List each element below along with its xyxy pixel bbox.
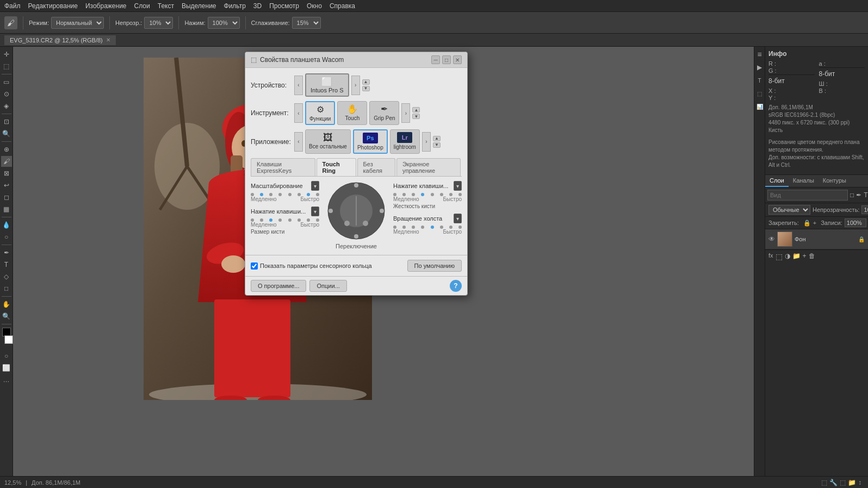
toggle-panel-5[interactable]: 📊 [754, 101, 765, 112]
menu-image[interactable]: Изображение [85, 2, 127, 10]
pen-tool[interactable]: ✒ [1, 247, 12, 258]
screen-mode[interactable]: ⬜ [1, 362, 12, 373]
toggle-panel-4[interactable]: ⬚ [754, 88, 765, 99]
device-next-btn[interactable]: › [351, 76, 360, 95]
lock-icon-1[interactable]: 🔒 [803, 220, 811, 227]
tab-screen-ctrl[interactable]: Экранное управление [396, 158, 461, 176]
app-card-ps[interactable]: Ps Photoshop [353, 129, 388, 154]
app-prev-btn[interactable]: ‹ [294, 132, 303, 152]
brush-tool[interactable]: 🖌 [1, 156, 12, 167]
lasso-tool[interactable]: ⊙ [1, 89, 12, 99]
select-tool[interactable]: ◈ [1, 101, 12, 111]
layer-fx-btn[interactable]: fx [768, 252, 773, 261]
menu-filter[interactable]: Фильтр [224, 2, 246, 10]
artboard-tool[interactable]: ⬚ [1, 61, 12, 72]
gradient-tool[interactable]: ▦ [1, 204, 12, 215]
menu-view[interactable]: Просмотр [269, 2, 299, 10]
tab-close-btn[interactable]: ✕ [106, 37, 110, 43]
mode-select[interactable]: Нормальный [51, 17, 104, 29]
tool-next-btn[interactable]: › [401, 103, 410, 123]
tool-scroll-down[interactable]: ▼ [412, 114, 420, 119]
zoom-tool[interactable]: 🔍 [1, 311, 12, 322]
layer-adj-btn[interactable]: ◑ [785, 252, 790, 261]
tab-layers[interactable]: Слои [765, 175, 789, 187]
app-scroll-up[interactable]: ▲ [433, 136, 441, 141]
smooth-select[interactable]: 15% [292, 17, 321, 29]
app-scroll-down[interactable]: ▼ [433, 142, 441, 148]
dialog-maximize-btn[interactable]: □ [442, 55, 451, 64]
marquee-tool[interactable]: ▭ [1, 77, 12, 87]
layers-icon-3[interactable]: T [864, 191, 867, 199]
about-btn[interactable]: О программе... [251, 280, 306, 292]
dodge-tool[interactable]: ○ [1, 232, 12, 242]
rotation-dropdown[interactable]: ▾ [454, 214, 462, 223]
quick-mask[interactable]: ○ [1, 351, 12, 361]
scroll-up-btn[interactable]: ▲ [362, 79, 370, 85]
path-tool[interactable]: ◇ [1, 271, 12, 282]
tool-scroll-up[interactable]: ▲ [412, 107, 420, 112]
status-icon-5[interactable]: ↕ [858, 479, 861, 486]
stamp-tool[interactable]: ⊠ [1, 168, 12, 179]
menu-window[interactable]: Окно [307, 2, 322, 10]
press1-dropdown[interactable]: ▾ [311, 207, 319, 216]
flow-select[interactable]: 100% [208, 17, 240, 29]
healing-tool[interactable]: ⊕ [1, 144, 12, 155]
hand-tool[interactable]: ✋ [1, 299, 12, 310]
menu-help[interactable]: Справка [330, 2, 355, 10]
tab-express-keys[interactable]: Клавиши ExpressKeys [251, 158, 315, 176]
scale-dropdown[interactable]: ▾ [311, 181, 319, 191]
move-tool[interactable]: ✛ [1, 49, 12, 60]
tab-channels[interactable]: Каналы [789, 175, 819, 187]
help-btn[interactable]: ? [450, 280, 462, 292]
tab-paths[interactable]: Контуры [819, 175, 851, 187]
status-icon-2[interactable]: 🔧 [829, 479, 838, 486]
dialog-minimize-btn[interactable]: ─ [431, 55, 440, 64]
type-tool[interactable]: T [1, 259, 12, 270]
fill-input[interactable] [845, 218, 866, 227]
blur-tool[interactable]: 💧 [1, 220, 12, 230]
more-tools[interactable]: … [1, 374, 12, 385]
menu-layers[interactable]: Слои [134, 2, 150, 10]
tool-card-func[interactable]: ⚙ Функции [305, 101, 335, 125]
toggle-panel-2[interactable]: ▶ [754, 62, 765, 73]
layers-icon-1[interactable]: □ [850, 191, 854, 199]
menu-file[interactable]: Файл [4, 2, 21, 10]
history-tool[interactable]: ↩ [1, 180, 12, 191]
shape-tool[interactable]: □ [1, 283, 12, 294]
status-icon-3[interactable]: ⬚ [840, 479, 846, 486]
layer-delete-btn[interactable]: 🗑 [809, 252, 815, 261]
dialog-close-btn[interactable]: ✕ [453, 55, 462, 64]
background-color[interactable] [4, 335, 13, 344]
tab-touch-ring[interactable]: Touch Ring [317, 158, 356, 176]
layers-search[interactable] [767, 190, 848, 201]
device-prev-btn[interactable]: ‹ [294, 76, 303, 95]
app-card-all[interactable]: 🖼 Все остальные [305, 129, 351, 154]
tool-prev-btn[interactable]: ‹ [294, 103, 303, 123]
tool-card-touch[interactable]: ✋ Touch [337, 101, 367, 125]
layer-mask-btn[interactable]: ⬚ [776, 252, 783, 261]
blend-mode-select[interactable]: Обычные [768, 205, 810, 215]
show-ring-params-checkbox[interactable] [251, 262, 258, 270]
default-btn[interactable]: По умолчанию [407, 260, 462, 272]
layer-new-btn[interactable]: + [803, 252, 807, 261]
options-btn[interactable]: Опции... [309, 280, 346, 292]
toggle-panel-3[interactable]: T [754, 75, 765, 86]
eraser-tool[interactable]: ◻ [1, 192, 12, 203]
crop-tool[interactable]: ⊡ [1, 116, 12, 127]
layer-item-background[interactable]: 👁 Фон 🔒 [765, 229, 868, 249]
menu-3d[interactable]: 3D [253, 2, 262, 10]
document-tab[interactable]: EVG_5319.CR2 @ 12,5% (RGB/8) ✕ [4, 35, 116, 45]
layer-visibility-icon[interactable]: 👁 [768, 235, 775, 243]
opacity-input[interactable] [861, 205, 868, 214]
menu-select[interactable]: Выделение [182, 2, 216, 10]
brush-tool-icon[interactable]: 🖌 [4, 16, 17, 29]
app-next-btn[interactable]: › [422, 132, 431, 152]
app-card-lr[interactable]: Lr lightroom [390, 129, 420, 154]
layers-icon-2[interactable]: ✒ [856, 191, 861, 199]
menu-edit[interactable]: Редактирование [28, 2, 78, 10]
lock-icon-2[interactable]: + [813, 220, 816, 226]
layer-group-btn[interactable]: 📁 [792, 252, 801, 261]
tab-wireless[interactable]: Без кабеля [357, 158, 395, 176]
scroll-down-btn[interactable]: ▼ [362, 86, 370, 91]
eyedropper-tool[interactable]: 🔍 [1, 128, 12, 139]
